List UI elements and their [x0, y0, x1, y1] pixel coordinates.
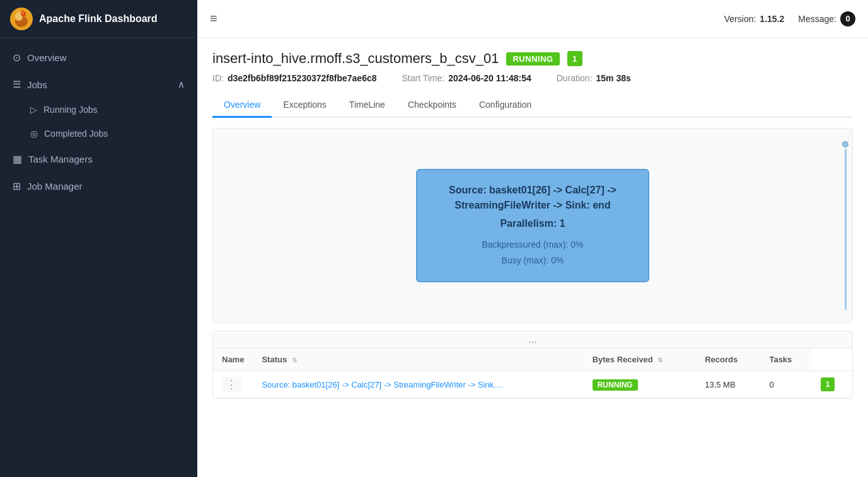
task-managers-icon: ▦ — [13, 153, 22, 165]
jobs-icon: ☰ — [13, 79, 21, 90]
duration-label: Duration: — [557, 73, 593, 83]
flink-logo — [10, 8, 33, 30]
sidebar-item-completed-jobs[interactable]: ◎ Completed Jobs — [0, 122, 197, 146]
menu-toggle-button[interactable]: ≡ — [210, 11, 217, 26]
sidebar-item-label-task-managers: Task Managers — [28, 154, 93, 164]
status-badge: RUNNING — [506, 52, 559, 66]
drag-handle-icon[interactable]: ⋮ — [222, 377, 241, 392]
start-time-item: Start Time: 2024-06-20 11:48:54 — [402, 73, 531, 83]
tab-timeline[interactable]: TimeLine — [338, 93, 396, 118]
job-id-value: d3e2fb6bf89f215230372f8fbe7ae6c8 — [228, 73, 377, 83]
sidebar-item-label-job-manager: Job Manager — [27, 181, 83, 192]
jobs-table: ... Name Status ⇅ Bytes Received — [212, 331, 853, 399]
duration-value: 15m 38s — [596, 73, 631, 83]
jobs-data-table: Name Status ⇅ Bytes Received ⇅ Records — [213, 348, 852, 398]
node-title: Source: basket01[26] -> Calc[27] -> Stre… — [432, 183, 633, 213]
node-busy: Busy (max): 0% — [432, 253, 633, 268]
app-title: Apache Flink Dashboard — [39, 13, 158, 25]
graph-area: Source: basket01[26] -> Calc[27] -> Stre… — [212, 128, 853, 323]
status-sort-icon[interactable]: ⇅ — [292, 357, 297, 364]
table-dots: ... — [213, 331, 852, 348]
topbar-right: Version: 1.15.2 Message: 0 — [724, 11, 855, 26]
topbar: ≡ Version: 1.15.2 Message: 0 — [197, 0, 868, 38]
tab-exceptions[interactable]: Exceptions — [272, 93, 337, 118]
job-meta-row: ID: d3e2fb6bf89f215230372f8fbe7ae6c8 Sta… — [212, 73, 853, 83]
col-header-status: Status ⇅ — [253, 348, 583, 371]
job-title-row: insert-into_hive.rmoff.s3_customers_b_cs… — [212, 50, 853, 67]
tasks-count-badge: 1 — [821, 377, 835, 391]
cell-drag-handle: ⋮ — [213, 371, 253, 398]
tab-overview[interactable]: Overview — [212, 93, 272, 118]
row-status-badge: RUNNING — [593, 379, 638, 391]
jobs-section: ☰ Jobs ∧ ▷ Running Jobs ◎ Completed Jobs — [0, 71, 197, 146]
job-id-item: ID: d3e2fb6bf89f215230372f8fbe7ae6c8 — [212, 73, 377, 83]
tab-configuration[interactable]: Configuration — [468, 93, 543, 118]
sidebar-item-label-completed-jobs: Completed Jobs — [44, 129, 108, 139]
message-label: Message: — [798, 14, 836, 24]
overview-icon: ⊙ — [13, 52, 21, 64]
node-box[interactable]: Source: basket01[26] -> Calc[27] -> Stre… — [416, 169, 649, 282]
sidebar-item-job-manager[interactable]: ⊞ Job Manager — [0, 173, 197, 200]
bytes-sort-icon[interactable]: ⇅ — [657, 357, 663, 364]
scrollbar-track-line — [845, 149, 847, 310]
cell-status: RUNNING — [584, 371, 697, 398]
table-row: ⋮ Source: basket01[26] -> Calc[27] -> St… — [213, 371, 852, 398]
version-value: 1.15.2 — [760, 14, 784, 24]
sidebar-item-overview[interactable]: ⊙ Overview — [0, 44, 197, 71]
sidebar-item-label-jobs: Jobs — [27, 79, 47, 90]
col-header-bytes: Bytes Received ⇅ — [584, 348, 697, 371]
job-content: insert-into_hive.rmoff.s3_customers_b_cs… — [197, 38, 868, 477]
col-header-name: Name — [213, 348, 253, 371]
tabs: Overview Exceptions TimeLine Checkpoints… — [212, 93, 853, 118]
version-label: Version: — [724, 14, 756, 24]
main-content: ≡ Version: 1.15.2 Message: 0 insert-into… — [197, 0, 868, 477]
node-parallelism: Parallelism: 1 — [432, 218, 633, 229]
message-badge[interactable]: 0 — [840, 11, 855, 26]
node-backpressure: Backpressured (max): 0% — [432, 237, 633, 253]
cell-tasks: 1 — [812, 371, 852, 398]
scrollbar[interactable] — [843, 141, 847, 310]
jobs-sub-items: ▷ Running Jobs ◎ Completed Jobs — [0, 98, 197, 146]
job-row-name-link[interactable]: Source: basket01[26] -> Calc[27] -> Stre… — [262, 380, 502, 389]
table-header-row: Name Status ⇅ Bytes Received ⇅ Records — [213, 348, 852, 371]
job-manager-icon: ⊞ — [13, 180, 21, 192]
cell-bytes: 13.5 MB — [696, 371, 760, 398]
sidebar-nav: ⊙ Overview ☰ Jobs ∧ ▷ Running Jobs ◎ Com… — [0, 38, 197, 477]
job-count-badge: 1 — [567, 51, 582, 66]
sidebar-header: Apache Flink Dashboard — [0, 0, 197, 38]
sidebar-item-jobs[interactable]: ☰ Jobs ∧ — [0, 71, 197, 98]
completed-jobs-icon: ◎ — [30, 129, 38, 139]
scrollbar-thumb — [842, 141, 848, 147]
start-time-label: Start Time: — [402, 73, 445, 83]
job-id-label: ID: — [212, 73, 224, 83]
sidebar-item-label-running-jobs: Running Jobs — [43, 105, 98, 115]
running-jobs-icon: ▷ — [30, 105, 37, 115]
col-header-tasks: Tasks — [760, 348, 812, 371]
sidebar: Apache Flink Dashboard ⊙ Overview ☰ Jobs… — [0, 0, 197, 477]
duration-item: Duration: 15m 38s — [557, 73, 631, 83]
svg-point-4 — [21, 10, 25, 15]
col-header-records: Records — [696, 348, 760, 371]
node-metrics: Backpressured (max): 0% Busy (max): 0% — [432, 237, 633, 268]
start-time-value: 2024-06-20 11:48:54 — [448, 73, 531, 83]
sidebar-item-task-managers[interactable]: ▦ Task Managers — [0, 146, 197, 173]
jobs-expand-icon: ∧ — [178, 79, 185, 90]
sidebar-item-running-jobs[interactable]: ▷ Running Jobs — [0, 98, 197, 122]
tab-checkpoints[interactable]: Checkpoints — [396, 93, 468, 118]
cell-name: Source: basket01[26] -> Calc[27] -> Stre… — [253, 371, 583, 398]
cell-records: 0 — [760, 371, 812, 398]
sidebar-item-label-overview: Overview — [27, 52, 67, 63]
job-name: insert-into_hive.rmoff.s3_customers_b_cs… — [212, 50, 499, 67]
topbar-left: ≡ — [210, 11, 217, 26]
